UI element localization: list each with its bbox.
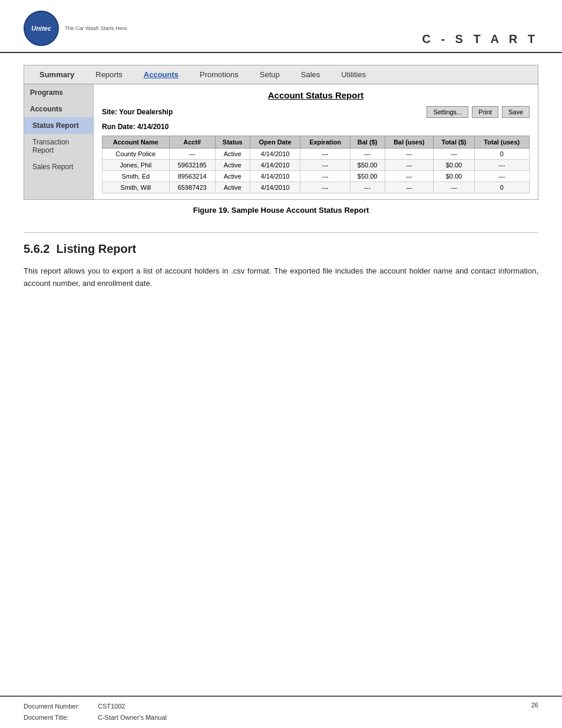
table-cell: 65987423 [169, 182, 215, 193]
print-button[interactable]: Print [472, 106, 498, 118]
main-content: Summary Reports Accounts Promotions Setu… [0, 53, 562, 302]
report-title: Account Status Report [102, 90, 530, 100]
col-bal-dollar: Bal ($) [350, 136, 385, 149]
brand-name: C - S T A R T [422, 32, 538, 46]
run-date: Run Date: 4/14/2010 [102, 123, 530, 131]
logo-area: Unitec The Car Wash Starts Here. [24, 11, 128, 46]
table-cell: Smith, Ed [103, 171, 170, 182]
table-cell: --- [385, 160, 434, 171]
table-cell: Active [215, 160, 250, 171]
table-cell: --- [300, 182, 350, 193]
col-bal-uses: Bal (uses) [385, 136, 434, 149]
table-cell: 4/14/2010 [250, 149, 300, 160]
doc-number-label: Document Number: [24, 701, 94, 712]
table-cell: --- [385, 149, 434, 160]
table-cell: $0.00 [434, 171, 474, 182]
table-cell: 4/14/2010 [250, 171, 300, 182]
table-cell: Smith, Will [103, 182, 170, 193]
table-cell: 0 [474, 149, 529, 160]
table-cell: County Police [103, 149, 170, 160]
table-cell: 0 [474, 182, 529, 193]
col-account-name: Account Name [103, 136, 170, 149]
table-row: Smith, Will65987423Active4/14/2010------… [103, 182, 530, 193]
table-cell: --- [300, 171, 350, 182]
table-cell: --- [385, 182, 434, 193]
site-name: Site: Your Dealership [102, 108, 173, 116]
tab-summary[interactable]: Summary [29, 65, 85, 84]
report-table: Account Name Acct# Status Open Date Expi… [102, 136, 530, 193]
settings-button[interactable]: Settings... [427, 106, 468, 118]
table-cell: 59632185 [169, 160, 215, 171]
tab-accounts[interactable]: Accounts [133, 65, 189, 84]
sidebar-item-sales-report[interactable]: Sales Report [24, 159, 93, 175]
table-cell: Active [215, 182, 250, 193]
col-total-dollar: Total ($) [434, 136, 474, 149]
figure-caption: Figure 19. Sample House Account Status R… [24, 206, 538, 215]
col-expiration: Expiration [300, 136, 350, 149]
tab-sales[interactable]: Sales [290, 65, 331, 84]
table-cell: $50.00 [350, 160, 385, 171]
header-buttons: Settings... Print Save [427, 106, 530, 118]
footer-left: Document Number: CST1002 Document Title:… [24, 701, 167, 723]
sidebar-item-status-report[interactable]: Status Report [24, 117, 93, 134]
report-header-row: Site: Your Dealership Settings... Print … [102, 106, 530, 118]
section-title: Listing Report [57, 242, 137, 255]
table-row: County Police---Active4/14/2010---------… [103, 149, 530, 160]
tab-promotions[interactable]: Promotions [189, 65, 249, 84]
report-content: Account Status Report Site: Your Dealers… [94, 84, 538, 199]
sidebar-item-programs[interactable]: Programs [24, 84, 93, 101]
col-total-uses: Total (uses) [474, 136, 529, 149]
doc-title-label: Document Title: [24, 713, 94, 723]
sidebar-item-transaction-report[interactable]: Transaction Report [24, 134, 93, 159]
table-cell: $50.00 [350, 171, 385, 182]
table-cell: --- [385, 171, 434, 182]
col-open-date: Open Date [250, 136, 300, 149]
table-cell: --- [474, 171, 529, 182]
doc-number-value: CST1002 [94, 701, 167, 712]
table-cell: --- [434, 149, 474, 160]
table-cell: 4/14/2010 [250, 160, 300, 171]
table-cell: --- [300, 149, 350, 160]
table-cell: --- [169, 149, 215, 160]
sidebar: Programs Accounts Status Report Transact… [24, 84, 94, 199]
logo-icon: Unitec [24, 11, 59, 46]
table-cell: $0.00 [434, 160, 474, 171]
section-number: 5.6.2 [24, 242, 49, 255]
logo-tagline: The Car Wash Starts Here. [65, 25, 128, 31]
table-cell: --- [350, 149, 385, 160]
table-cell: --- [350, 182, 385, 193]
section-heading: 5.6.2 Listing Report [24, 242, 538, 258]
page-footer: Document Number: CST1002 Document Title:… [0, 696, 562, 728]
doc-title-value: C-Start Owner's Manual [94, 713, 167, 723]
col-acct: Acct# [169, 136, 215, 149]
footer-page-number: 26 [531, 701, 538, 709]
section-body: This report allows you to export a list … [24, 265, 538, 290]
table-cell: Active [215, 149, 250, 160]
inner-layout: Programs Accounts Status Report Transact… [24, 84, 538, 199]
tab-reports[interactable]: Reports [85, 65, 133, 84]
nav-tabs: Summary Reports Accounts Promotions Setu… [24, 65, 538, 84]
table-row: Jones, Phil59632185Active4/14/2010---$50… [103, 160, 530, 171]
page-header: Unitec The Car Wash Starts Here. C - S T… [0, 0, 562, 53]
table-cell: Jones, Phil [103, 160, 170, 171]
table-cell: Active [215, 171, 250, 182]
tab-setup[interactable]: Setup [249, 65, 290, 84]
screenshot-frame: Summary Reports Accounts Promotions Setu… [24, 65, 538, 200]
table-cell: 89563214 [169, 171, 215, 182]
table-row: Smith, Ed89563214Active4/14/2010---$50.0… [103, 171, 530, 182]
col-status: Status [215, 136, 250, 149]
save-button[interactable]: Save [502, 106, 530, 118]
table-cell: --- [434, 182, 474, 193]
sidebar-item-accounts[interactable]: Accounts [24, 101, 93, 117]
tab-utilities[interactable]: Utilities [330, 65, 376, 84]
table-cell: --- [300, 160, 350, 171]
table-cell: 4/14/2010 [250, 182, 300, 193]
table-header-row: Account Name Acct# Status Open Date Expi… [103, 136, 530, 149]
table-cell: --- [474, 160, 529, 171]
